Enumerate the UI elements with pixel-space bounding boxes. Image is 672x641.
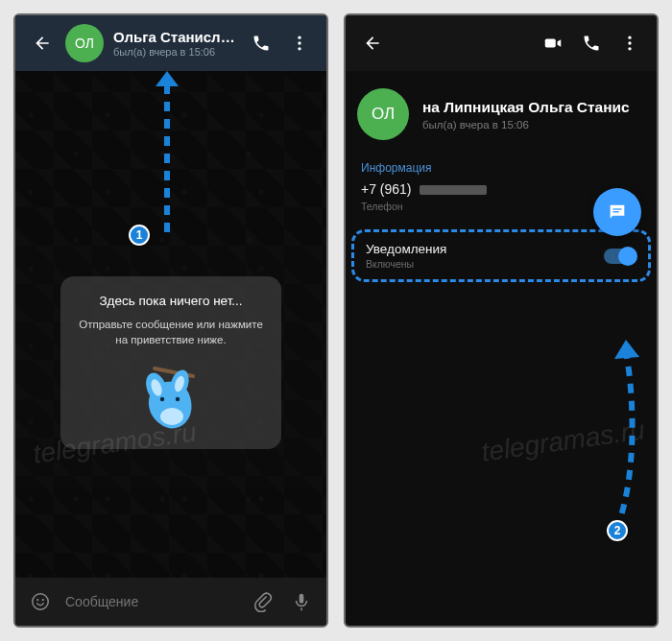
svg-point-1 (298, 41, 300, 44)
empty-state-card[interactable]: Здесь пока ничего нет... Отправьте сообщ… (60, 276, 281, 449)
svg-point-17 (628, 36, 631, 39)
more-vert-icon (290, 34, 309, 53)
annotation-badge-2: 2 (607, 520, 628, 541)
svg-point-10 (176, 397, 180, 401)
svg-point-18 (628, 41, 631, 44)
phone-number-prefix: +7 (961) (361, 181, 412, 197)
chat-screen: ОЛ Ольга Станиславо... был(а) вчера в 15… (13, 13, 328, 628)
notifications-row[interactable]: Уведомления Включены (351, 229, 651, 282)
call-button[interactable] (242, 24, 280, 62)
mic-icon (291, 591, 312, 612)
profile-last-seen: был(а) вчера в 15:06 (422, 119, 645, 131)
profile-screen: ОЛ на Липницкая Ольга Станис был(а) вчер… (344, 13, 659, 628)
voice-button[interactable] (282, 582, 321, 621)
notifications-title: Уведомления (366, 242, 604, 256)
phone-number-redacted (420, 185, 487, 195)
svg-point-9 (160, 397, 164, 401)
info-label: Информация (361, 161, 641, 175)
empty-title: Здесь пока ничего нет... (74, 294, 268, 308)
notifications-toggle[interactable] (604, 249, 636, 264)
audio-call-button[interactable] (572, 24, 611, 62)
svg-point-2 (298, 47, 300, 50)
video-icon (542, 33, 564, 54)
svg-point-19 (628, 47, 631, 50)
paperclip-icon (252, 591, 274, 612)
contact-last-seen: был(а) вчера в 15:06 (113, 46, 242, 58)
contact-name: Ольга Станиславо... (113, 29, 242, 45)
more-button[interactable] (611, 24, 649, 62)
svg-point-11 (33, 594, 49, 610)
chat-header: ОЛ Ольга Станиславо... был(а) вчера в 15… (15, 15, 326, 71)
profile-avatar[interactable]: ОЛ (357, 88, 409, 140)
chat-icon (607, 202, 628, 223)
profile-name: на Липницкая Ольга Станис (422, 99, 645, 116)
svg-point-0 (298, 36, 300, 39)
phone-icon (582, 34, 601, 53)
phone-icon (252, 34, 271, 53)
arrow-left-icon (33, 34, 52, 53)
profile-header (346, 15, 657, 71)
back-button[interactable] (353, 24, 392, 62)
svg-rect-14 (300, 594, 304, 604)
svg-point-13 (42, 599, 44, 601)
attach-button[interactable] (244, 582, 282, 621)
svg-point-8 (160, 408, 183, 425)
contact-avatar[interactable]: ОЛ (65, 24, 104, 62)
message-input-bar (15, 578, 326, 626)
svg-point-12 (36, 599, 38, 601)
annotation-arrow-2 (597, 338, 645, 539)
svg-rect-20 (612, 208, 621, 209)
contact-title-area[interactable]: Ольга Станиславо... был(а) вчера в 15:06 (113, 29, 242, 58)
greeting-sticker[interactable] (128, 359, 214, 436)
header-actions (534, 24, 649, 62)
message-fab[interactable] (593, 188, 641, 236)
profile-body: ОЛ на Липницкая Ольга Станис был(а) вчер… (346, 71, 657, 626)
empty-text: Отправьте сообщение или нажмите на приве… (74, 318, 268, 347)
smile-icon (30, 591, 51, 612)
emoji-button[interactable] (21, 582, 60, 621)
svg-rect-16 (545, 38, 556, 47)
more-button[interactable] (280, 24, 319, 62)
annotation-arrow-1 (148, 69, 186, 242)
svg-rect-21 (612, 211, 618, 212)
video-call-button[interactable] (534, 24, 572, 62)
arrow-left-icon (363, 34, 382, 53)
message-input[interactable] (60, 594, 244, 609)
annotation-badge-1: 1 (129, 225, 150, 246)
notifications-status: Включены (366, 258, 604, 270)
profile-identity: ОЛ на Липницкая Ольга Станис был(а) вчер… (346, 71, 657, 150)
back-button[interactable] (23, 24, 61, 62)
more-vert-icon (620, 34, 639, 53)
header-actions (242, 24, 319, 62)
